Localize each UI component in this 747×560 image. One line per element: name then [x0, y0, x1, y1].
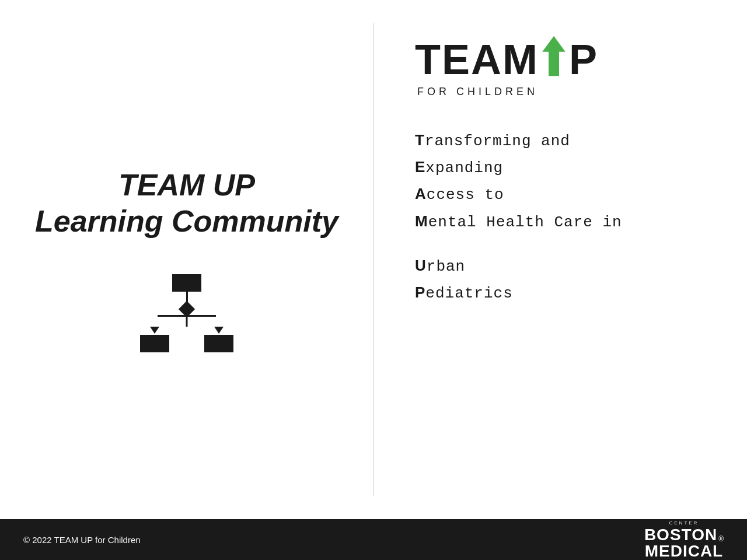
logo-u-arrow — [539, 35, 569, 83]
org-arrow-left — [150, 327, 159, 334]
org-chart-icon — [140, 274, 233, 352]
acronym-p-letter: P — [415, 284, 425, 301]
bmc-reg-symbol: ® — [718, 535, 724, 543]
acronym-u-letter: U — [415, 257, 427, 274]
org-node-left — [140, 335, 169, 352]
slide-container: TEAM UP Learning Community — [0, 0, 747, 560]
acronym-a-line: Access to — [415, 181, 712, 208]
logo-subtitle: FOR CHILDREN — [417, 86, 538, 98]
org-branch-left — [140, 327, 169, 352]
footer: © 2022 TEAM UP for Children CENTER BOSTO… — [0, 519, 747, 560]
acronym-section: Transforming and Expanding Access to Men… — [415, 127, 712, 306]
acronym-e-letter: E — [415, 158, 425, 176]
up-arrow-svg — [539, 35, 569, 77]
main-content: TEAM UP Learning Community — [0, 0, 747, 519]
bmc-stacked: CENTER BOSTON® MEDICAL — [644, 520, 724, 559]
title-line1: TEAM UP — [118, 168, 255, 202]
logo-p-text: P — [569, 38, 598, 80]
boston-medical-logo: CENTER BOSTON® MEDICAL — [644, 520, 724, 559]
acronym-e-line: Expanding — [415, 154, 712, 181]
acronym-u-rest: rban — [427, 258, 465, 275]
acronym-a-rest: ccess to — [427, 186, 504, 204]
acronym-t-letter: T — [415, 131, 425, 149]
footer-copyright: © 2022 TEAM UP for Children — [23, 535, 141, 545]
org-arrow-right — [214, 327, 224, 334]
acronym-m-rest: ental Health Care in — [428, 214, 622, 231]
logo-main: TEAM P — [415, 35, 598, 83]
bmc-medical-name: MEDICAL — [645, 543, 724, 559]
acronym-m-letter: M — [415, 212, 428, 230]
org-branches — [140, 327, 233, 352]
org-node-right — [204, 335, 233, 352]
logo-up-group: P — [539, 35, 598, 83]
left-title: TEAM UP Learning Community — [35, 167, 338, 240]
acronym-spacer — [415, 235, 712, 253]
bmc-boston-text: BOSTON — [644, 527, 717, 543]
bmc-names: BOSTON® — [644, 527, 724, 543]
org-top-node — [172, 274, 201, 292]
org-h-bar — [158, 315, 216, 317]
acronym-p-line: Pediatrics — [415, 279, 712, 306]
acronym-m-line: Mental Health Care in — [415, 208, 712, 235]
left-panel: TEAM UP Learning Community — [0, 0, 374, 519]
bmc-center-text: CENTER — [669, 520, 699, 526]
bmc-medical-text: MEDICAL — [645, 543, 724, 559]
teamup-logo: TEAM P FOR CHILDREN — [415, 35, 712, 98]
acronym-a-letter: A — [415, 185, 427, 202]
acronym-e-rest: xpanding — [425, 159, 503, 177]
svg-marker-0 — [542, 36, 566, 76]
org-v-splitter — [186, 315, 188, 327]
title-line2: Learning Community — [35, 204, 338, 238]
logo-team-text: TEAM — [415, 38, 539, 80]
acronym-u-line: Urban — [415, 253, 712, 279]
right-panel: TEAM P FOR CHILDREN — [374, 0, 747, 519]
org-diamond-row — [181, 303, 193, 315]
acronym-p-rest: ediatrics — [425, 285, 512, 302]
acronym-t-rest: ransforming and — [425, 132, 570, 150]
org-h-container — [140, 315, 233, 327]
org-branch-right — [204, 327, 233, 352]
acronym-t-line: Transforming and — [415, 127, 712, 154]
